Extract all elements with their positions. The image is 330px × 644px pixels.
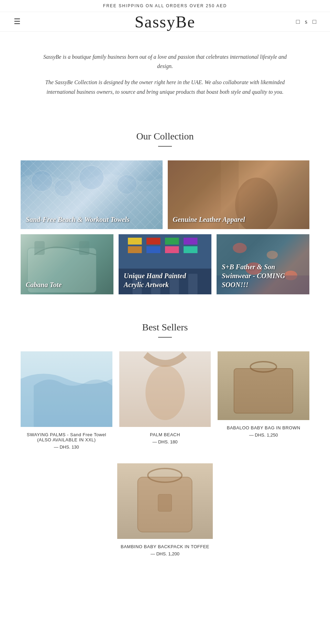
collection-label-beach-towels: Sand-Free Beach & Workout Towels [21, 210, 163, 229]
svg-rect-11 [128, 238, 142, 245]
account-icon[interactable]: s [305, 18, 307, 25]
collection-label-swimwear: S+B Father & Son Swimwear - COMING SOON!… [217, 257, 309, 294]
collection-title: Our Collection [0, 131, 330, 142]
product-title-bambino-backpack: BAMBINO BABY BACKPACK IN TOFFEE [117, 544, 212, 549]
svg-rect-39 [158, 494, 172, 511]
svg-rect-14 [184, 238, 198, 245]
product-card-palm-beach[interactable]: PALM BEACH — DHS. 180 [119, 351, 211, 450]
cart-icon[interactable]: □ [312, 18, 316, 25]
collection-item-swimwear[interactable]: S+B Father & Son Swimwear - COMING SOON!… [217, 234, 309, 294]
product-price-bambino-backpack: — DHS. 1,200 [117, 551, 212, 556]
product-price-babaloo-bag: — DHS. 1,250 [218, 432, 309, 438]
svg-rect-8 [34, 241, 45, 255]
svg-rect-12 [146, 238, 161, 245]
svg-rect-16 [146, 246, 161, 253]
price-separator-4: — [151, 551, 156, 556]
site-header: ☰ SassyBe □ s □ [0, 12, 330, 32]
price-value-3: 1,250 [267, 432, 278, 438]
price-separator-2: — [152, 439, 158, 444]
hero-paragraph-2: The SassyBe Collection is designed by th… [41, 78, 289, 96]
collection-row-top: Sand-Free Beach & Workout Towels Genuine… [21, 160, 309, 229]
hero-paragraph-1: SassyBe is a boutique family business bo… [41, 52, 289, 71]
collection-item-cabana-tote[interactable]: Cabana Tote [21, 234, 113, 294]
svg-rect-34 [234, 369, 293, 413]
collection-label-leather-apparel: Genuine Leather Apparel [168, 210, 310, 229]
price-value-2: 180 [170, 439, 178, 444]
price-prefix-1: DHS. [59, 444, 70, 450]
collection-grid: Sand-Free Beach & Workout Towels Genuine… [0, 154, 330, 308]
product-card-bambino-backpack[interactable]: BAMBINO BABY BACKPACK IN TOFFEE — DHS. 1… [117, 463, 212, 556]
hamburger-menu-icon[interactable]: ☰ [14, 17, 21, 26]
price-separator-3: — [249, 432, 255, 438]
bestsellers-bottom: BAMBINO BABY BACKPACK IN TOFFEE — DHS. 1… [0, 463, 330, 577]
svg-rect-18 [184, 246, 198, 253]
product-card-swaying-palms[interactable]: SWAYING PALMS - Sand Free Towel (ALSO AV… [21, 351, 112, 450]
product-image-bambino-backpack [117, 463, 212, 539]
product-title-palm-beach: PALM BEACH [119, 432, 211, 437]
collection-label-artwork: Unique Hand Painted Acrylic Artwork [119, 266, 211, 294]
collection-section-heading: Our Collection [0, 117, 330, 154]
price-prefix-4: DHS. [156, 551, 167, 556]
svg-rect-17 [165, 246, 179, 253]
collection-item-artwork[interactable]: Unique Hand Painted Acrylic Artwork [119, 234, 211, 294]
header-left: ☰ [14, 17, 21, 26]
svg-point-2 [79, 166, 104, 190]
svg-rect-13 [165, 238, 179, 245]
price-separator: — [54, 444, 60, 450]
price-value-1: 130 [72, 444, 79, 450]
price-prefix-3: DHS. [255, 432, 265, 438]
bestsellers-grid: SWAYING PALMS - Sand Free Towel (ALSO AV… [0, 344, 330, 463]
hero-section: SassyBe is a boutique family business bo… [0, 32, 330, 117]
price-value-4: 1,200 [168, 551, 179, 556]
product-image-swaying-palms [21, 351, 112, 427]
banner-text: FREE SHIPPING ON ALL ORDERS OVER 250 AED [103, 3, 227, 8]
svg-point-32 [145, 365, 185, 420]
collection-divider [158, 146, 172, 147]
svg-rect-15 [128, 246, 142, 253]
bestsellers-section-heading: Best Sellers [0, 308, 330, 344]
collection-item-beach-towels[interactable]: Sand-Free Beach & Workout Towels [21, 160, 163, 229]
product-title-babaloo-bag: BABALOO BABY BAG IN BROWN [218, 425, 309, 430]
svg-point-25 [233, 243, 247, 253]
svg-point-3 [117, 175, 137, 194]
product-price-palm-beach: — DHS. 180 [119, 439, 211, 444]
search-icon[interactable]: □ [296, 18, 300, 25]
product-image-palm-beach [119, 351, 211, 427]
svg-point-1 [54, 179, 72, 196]
product-title-swaying-palms: SWAYING PALMS - Sand Free Towel (ALSO AV… [21, 432, 112, 442]
site-logo[interactable]: SassyBe [135, 12, 196, 31]
bestsellers-divider [158, 337, 172, 338]
price-prefix-2: DHS. [158, 439, 169, 444]
collection-row-bottom: Cabana Tote [21, 234, 309, 294]
product-image-babaloo-bag [218, 351, 309, 420]
bestsellers-title: Best Sellers [0, 322, 330, 333]
product-card-babaloo-bag[interactable]: BABALOO BABY BAG IN BROWN — DHS. 1,250 [218, 351, 309, 450]
product-price-swaying-palms: — DHS. 130 [21, 444, 112, 450]
shipping-banner: FREE SHIPPING ON ALL ORDERS OVER 250 AED [0, 0, 330, 12]
collection-item-leather-apparel[interactable]: Genuine Leather Apparel [168, 160, 310, 229]
header-right: □ s □ [296, 18, 316, 25]
collection-label-cabana-tote: Cabana Tote [21, 275, 113, 294]
svg-point-0 [31, 171, 53, 191]
